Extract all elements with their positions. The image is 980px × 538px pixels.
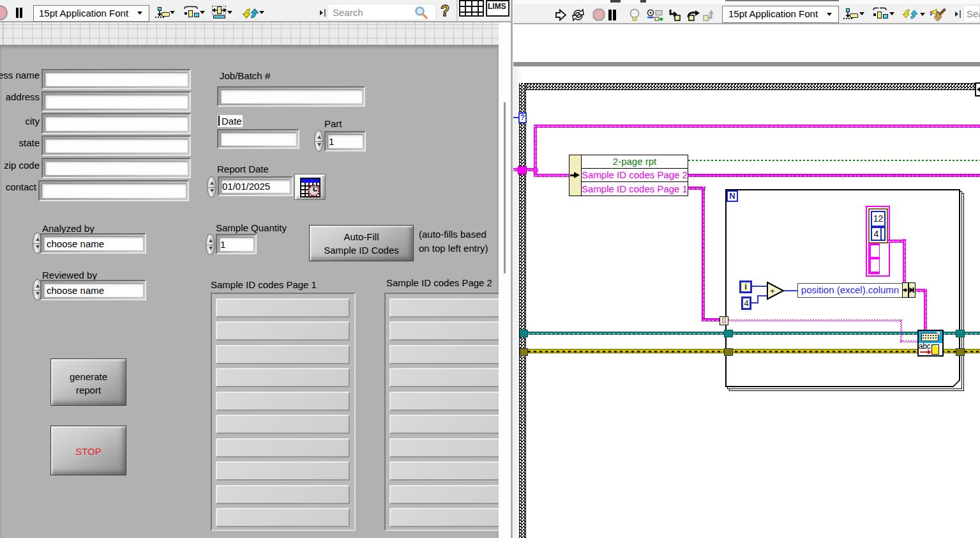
svg-text:+: + [770,286,775,296]
